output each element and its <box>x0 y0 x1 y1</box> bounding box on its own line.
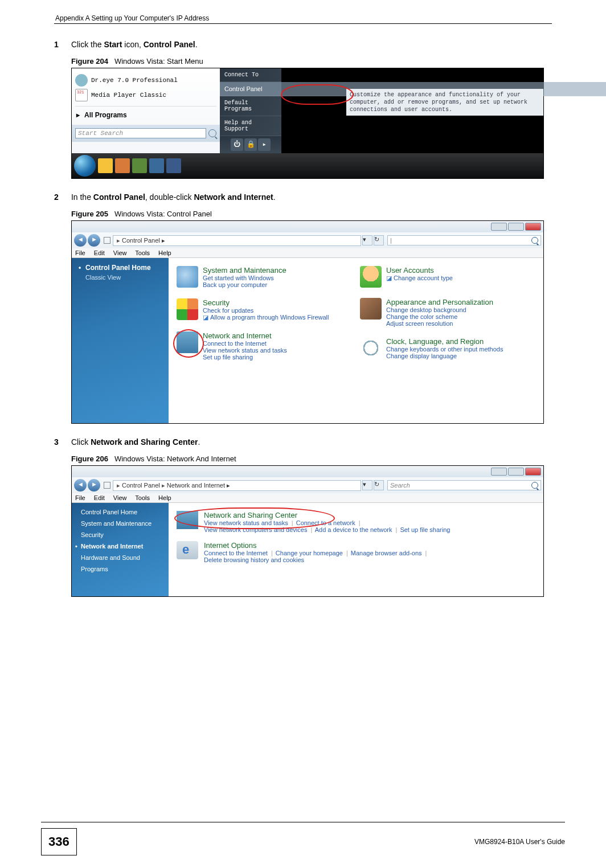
taskbar-icon[interactable] <box>149 158 164 173</box>
task-link[interactable]: Change keyboards or other input methods <box>386 346 503 353</box>
sidebar-classic-view[interactable]: Classic View <box>79 274 162 281</box>
close-button[interactable] <box>525 468 541 476</box>
menu-help[interactable]: Help <box>158 249 171 256</box>
start-orb[interactable] <box>74 155 96 177</box>
category-title[interactable]: Clock, Language, and Region <box>386 337 503 346</box>
task-link[interactable]: Allow a program through Windows Firewall <box>203 314 329 321</box>
category-security[interactable]: Security Check for updates Allow a progr… <box>177 298 360 321</box>
taskbar-icon[interactable] <box>166 158 181 173</box>
maximize-button[interactable] <box>508 468 524 476</box>
sidebar-home[interactable]: Control Panel Home <box>81 509 162 515</box>
maximize-button[interactable] <box>508 223 524 231</box>
sidebar-item-network[interactable]: Network and Internet <box>81 543 162 550</box>
taskbar-icon[interactable] <box>132 158 147 173</box>
forward-button[interactable] <box>88 479 100 492</box>
start-right-item[interactable]: Connect To <box>220 68 281 82</box>
start-recent-item[interactable]: Dr.eye 7.0 Professional <box>75 74 216 87</box>
sidebar-item-programs[interactable]: Programs <box>81 566 162 572</box>
task-link[interactable]: View network computers and devices <box>204 526 307 533</box>
category-title[interactable]: Network and Internet <box>203 331 287 340</box>
menu-tools[interactable]: Tools <box>135 249 150 256</box>
search-input[interactable]: | <box>387 235 541 245</box>
back-button[interactable] <box>74 234 87 247</box>
task-link[interactable]: Connect to a network <box>296 519 355 526</box>
sidebar-item-hardware[interactable]: Hardware and Sound <box>81 554 162 561</box>
back-button[interactable] <box>74 479 87 492</box>
sidebar-home[interactable]: Control Panel Home <box>79 264 162 272</box>
text: In the <box>71 193 93 202</box>
close-button[interactable] <box>525 223 541 231</box>
menu-file[interactable]: File <box>75 494 85 501</box>
refresh-button[interactable]: ↻ <box>374 235 384 245</box>
page-number: 336 <box>41 828 77 855</box>
category-title[interactable]: Network and Sharing Center <box>204 511 451 519</box>
task-link[interactable]: Set up file sharing <box>400 526 450 533</box>
task-link[interactable]: Delete browsing history and cookies <box>204 556 304 563</box>
crumb[interactable]: Control Panel <box>117 237 160 244</box>
minimize-button[interactable] <box>491 468 507 476</box>
start-search-input[interactable]: Start Search <box>75 128 206 138</box>
task-link[interactable]: Change your homepage <box>276 550 343 556</box>
category-network[interactable]: Network and Internet Connect to the Inte… <box>177 331 360 361</box>
network-sharing-icon <box>177 511 198 529</box>
task-link[interactable]: Connect to the Internet <box>203 340 287 347</box>
task-link[interactable]: Manage browser add-ons <box>351 550 422 556</box>
recent-dropdown[interactable] <box>104 237 110 244</box>
power-icon[interactable]: ⏻ <box>231 138 243 151</box>
menu-help[interactable]: Help <box>158 494 171 501</box>
address-dropdown[interactable]: ▾ <box>362 480 372 490</box>
menu-tools[interactable]: Tools <box>135 494 150 501</box>
all-programs-button[interactable]: All Programs <box>76 111 216 119</box>
category-network-sharing[interactable]: Network and Sharing Center View network … <box>177 511 538 533</box>
search-input[interactable]: Search <box>387 480 541 490</box>
lock-icon[interactable]: 🔒 <box>244 138 257 151</box>
forward-button[interactable] <box>88 234 100 247</box>
menu-edit[interactable]: Edit <box>94 494 105 501</box>
search-icon[interactable] <box>208 129 216 137</box>
task-link[interactable]: Adjust screen resolution <box>386 320 493 327</box>
sidebar-item-system[interactable]: System and Maintenance <box>81 520 162 527</box>
category-users[interactable]: User Accounts Change account type <box>360 266 543 288</box>
category-internet-options[interactable]: Internet Options Connect to the Internet… <box>177 541 538 563</box>
task-link[interactable]: Check for updates <box>203 307 329 314</box>
category-title[interactable]: Appearance and Personalization <box>386 298 493 306</box>
task-link[interactable]: View network status and tasks <box>203 347 287 354</box>
menu-edit[interactable]: Edit <box>94 249 105 256</box>
task-link[interactable]: Change account type <box>386 275 453 282</box>
task-link[interactable]: Set up file sharing <box>203 354 287 361</box>
category-clock[interactable]: Clock, Language, and Region Change keybo… <box>360 337 543 359</box>
start-right-item[interactable]: Help and Support <box>220 116 281 136</box>
category-title[interactable]: Security <box>203 298 329 307</box>
category-title[interactable]: Internet Options <box>204 541 428 550</box>
task-link[interactable]: View network status and tasks <box>204 519 288 526</box>
breadcrumb[interactable]: Control Panel Network and Internet ▸ <box>113 480 361 491</box>
task-link[interactable]: Back up your computer <box>203 281 286 288</box>
category-system[interactable]: System and Maintenance Get started with … <box>177 266 360 288</box>
start-right-item[interactable]: Default Programs <box>220 96 281 116</box>
task-link[interactable]: Add a device to the network <box>315 526 392 533</box>
menu-view[interactable]: View <box>113 494 127 501</box>
chevron-right-icon[interactable]: ▸ <box>258 138 271 151</box>
menu-view[interactable]: View <box>113 249 127 256</box>
separator: | <box>425 550 427 556</box>
menu-file[interactable]: File <box>75 249 85 256</box>
taskbar-icon[interactable] <box>98 158 113 173</box>
task-link[interactable]: Get started with Windows <box>203 275 286 281</box>
crumb[interactable]: Control Panel <box>117 482 160 489</box>
taskbar-icon[interactable] <box>115 158 130 173</box>
task-link[interactable]: Change the color scheme <box>386 313 493 320</box>
category-title[interactable]: System and Maintenance <box>203 266 286 275</box>
minimize-button[interactable] <box>491 223 507 231</box>
recent-dropdown[interactable] <box>104 482 110 489</box>
category-title[interactable]: User Accounts <box>386 266 453 275</box>
task-link[interactable]: Change display language <box>386 353 503 359</box>
task-link[interactable]: Change desktop background <box>386 306 493 313</box>
refresh-button[interactable]: ↻ <box>374 480 384 490</box>
category-appearance[interactable]: Appearance and Personalization Change de… <box>360 298 543 327</box>
sidebar-item-security[interactable]: Security <box>81 531 162 538</box>
breadcrumb[interactable]: Control Panel ▸ <box>113 235 361 246</box>
address-dropdown[interactable]: ▾ <box>362 235 372 245</box>
start-recent-item[interactable]: Media Player Classic <box>75 89 216 101</box>
task-link[interactable]: Connect to the Internet <box>204 550 268 556</box>
crumb[interactable]: Network and Internet <box>162 482 225 489</box>
